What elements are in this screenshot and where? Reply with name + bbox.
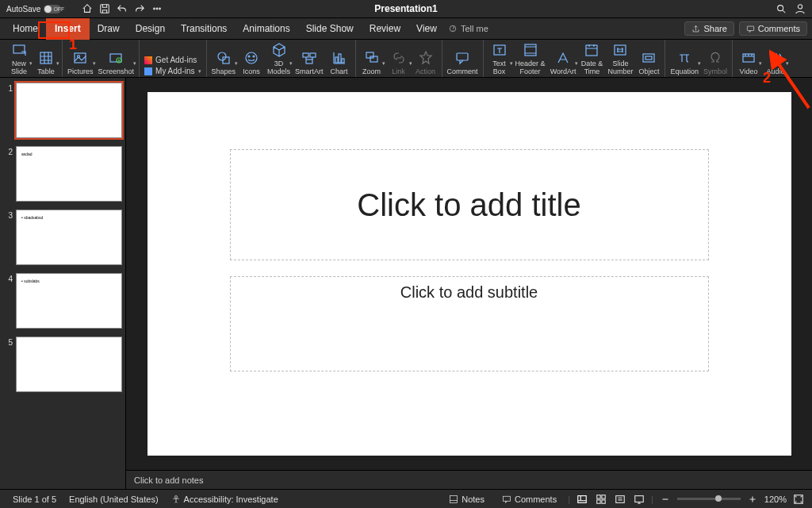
- pi-icon: [676, 49, 693, 67]
- equation-button[interactable]: ▾Equation: [670, 49, 699, 75]
- tab-view[interactable]: View: [408, 18, 445, 40]
- more-icon[interactable]: [151, 3, 163, 14]
- action-icon: [417, 49, 435, 67]
- zoom-slider[interactable]: [677, 498, 741, 500]
- svg-rect-22: [335, 57, 338, 63]
- svg-rect-32: [643, 54, 654, 62]
- tab-home[interactable]: Home: [5, 18, 46, 40]
- 3d-models-button[interactable]: ▾3D Models: [267, 41, 290, 75]
- svg-rect-30: [586, 45, 597, 56]
- slide-thumbnails-panel: 1 2asdad 3• sbadsabsd 4• sobslabs 5: [0, 78, 126, 489]
- sorter-view-button[interactable]: [594, 493, 608, 506]
- zoom-out-button[interactable]: [658, 493, 672, 506]
- slide-canvas[interactable]: Click to add title Click to add subtitle: [126, 78, 812, 470]
- notes-pane[interactable]: Click to add notes: [126, 470, 812, 489]
- thumbnail-3[interactable]: • sbadsabsd: [16, 210, 122, 265]
- undo-icon[interactable]: [117, 3, 128, 14]
- chart-button[interactable]: Chart: [328, 49, 350, 75]
- smartart-button[interactable]: SmartArt: [295, 49, 324, 75]
- table-button[interactable]: ▾ Table: [35, 49, 57, 75]
- thumbnail-1[interactable]: [16, 83, 122, 138]
- new-slide-button[interactable]: ▾ New Slide: [8, 41, 30, 75]
- zoom-icon: [363, 49, 381, 67]
- tell-me-search[interactable]: Tell me: [448, 24, 488, 33]
- svg-point-2: [157, 8, 159, 10]
- zoom-button[interactable]: ▾Zoom: [361, 49, 383, 75]
- svg-point-5: [798, 5, 802, 9]
- tab-draw[interactable]: Draw: [90, 18, 128, 40]
- get-addins-button[interactable]: Get Add-ins: [144, 56, 201, 64]
- svg-point-1: [154, 8, 155, 10]
- header-footer-button[interactable]: Header & Footer: [515, 41, 546, 75]
- addins-icon: [144, 67, 152, 75]
- autosave-state: OFF: [53, 6, 64, 12]
- tab-review[interactable]: Review: [362, 18, 408, 40]
- svg-rect-40: [602, 495, 605, 498]
- slide: Click to add title Click to add subtitle: [147, 92, 791, 456]
- svg-rect-19: [303, 53, 308, 57]
- pictures-button[interactable]: ▾ Pictures: [67, 49, 94, 75]
- tab-transitions[interactable]: Transitions: [173, 18, 235, 40]
- svg-point-16: [246, 52, 257, 64]
- thumbnail-5[interactable]: [16, 337, 122, 392]
- comment-icon: [454, 49, 471, 67]
- title-placeholder[interactable]: Click to add title: [230, 149, 709, 260]
- redo-icon[interactable]: [134, 3, 145, 14]
- svg-rect-29: [525, 44, 536, 56]
- ribbon-insert: ▾ New Slide ▾ Table ▾ Pictures ▾ Screens…: [0, 40, 812, 78]
- ribbon-tabs: Home Insert Draw Design Transitions Anim…: [0, 18, 812, 40]
- video-button[interactable]: ▾Video: [737, 49, 760, 75]
- svg-rect-39: [597, 495, 600, 498]
- title-bar: AutoSave OFF Presentation1: [0, 0, 812, 18]
- thumbnail-4[interactable]: • sobslabs: [16, 273, 122, 329]
- tab-design[interactable]: Design: [128, 18, 173, 40]
- save-icon[interactable]: [99, 3, 110, 14]
- svg-point-18: [253, 56, 255, 57]
- share-button[interactable]: Share: [684, 21, 733, 36]
- thumbnail-2[interactable]: asdad: [16, 146, 122, 202]
- svg-rect-7: [747, 26, 753, 31]
- svg-point-35: [174, 495, 177, 498]
- icons-icon: [243, 49, 260, 67]
- tab-animations[interactable]: Animations: [235, 18, 297, 40]
- subtitle-placeholder[interactable]: Click to add subtitle: [230, 276, 709, 371]
- link-icon: [390, 49, 408, 67]
- textbox-button[interactable]: ▾Text Box: [488, 41, 511, 75]
- comments-button[interactable]: Comments: [739, 21, 807, 36]
- svg-rect-42: [602, 499, 605, 502]
- comments-toggle[interactable]: Comments: [496, 495, 563, 504]
- shapes-button[interactable]: ▾Shapes: [212, 49, 236, 75]
- autosave-toggle[interactable]: AutoSave OFF: [6, 5, 75, 13]
- fit-to-window-button[interactable]: [791, 493, 806, 506]
- screenshot-button[interactable]: ▾ Screenshot: [98, 49, 135, 75]
- wordart-button[interactable]: ▾WordArt: [550, 49, 576, 75]
- header-footer-icon: [522, 41, 539, 59]
- language-indicator[interactable]: English (United States): [63, 495, 165, 504]
- zoom-level[interactable]: 120%: [764, 495, 787, 504]
- smartart-icon: [301, 49, 318, 67]
- account-icon[interactable]: [795, 3, 806, 14]
- accessibility-check[interactable]: Accessibility: Investigate: [165, 495, 285, 504]
- object-button[interactable]: Object: [638, 49, 660, 75]
- wordart-icon: [554, 49, 572, 67]
- date-time-button[interactable]: Date & Time: [580, 41, 603, 75]
- slide-number-button[interactable]: Slide Number: [607, 41, 633, 75]
- slideshow-view-button[interactable]: [632, 493, 646, 506]
- search-icon[interactable]: [776, 3, 787, 14]
- normal-view-button[interactable]: [575, 493, 589, 506]
- zoom-in-button[interactable]: [745, 493, 760, 506]
- my-addins-button[interactable]: My Add-ins ▾: [144, 67, 201, 75]
- notes-toggle[interactable]: Notes: [442, 495, 491, 504]
- audio-button[interactable]: ▾Audio: [764, 49, 787, 75]
- home-icon[interactable]: [82, 3, 93, 14]
- tell-me-label: Tell me: [461, 24, 488, 33]
- svg-rect-9: [40, 52, 52, 64]
- svg-rect-31: [615, 45, 626, 55]
- reading-view-button[interactable]: [613, 493, 627, 506]
- slide-counter: Slide 1 of 5: [6, 495, 63, 504]
- tab-slideshow[interactable]: Slide Show: [298, 18, 362, 40]
- comment-button[interactable]: Comment: [447, 49, 478, 75]
- audio-icon: [767, 49, 784, 67]
- tab-insert[interactable]: Insert: [46, 18, 90, 40]
- icons-button[interactable]: Icons: [240, 49, 262, 75]
